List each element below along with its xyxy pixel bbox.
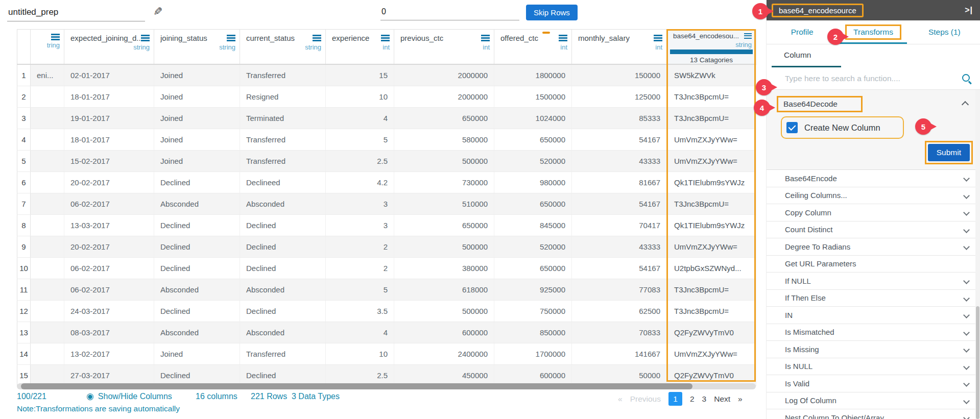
cell[interactable]: 20-02-2017: [64, 171, 154, 193]
column-header-previous-ctc[interactable]: previous_ctcint: [394, 30, 494, 65]
cell[interactable]: Transferred: [240, 129, 326, 150]
function-item-is-valid[interactable]: Is Valid: [767, 375, 980, 392]
cell[interactable]: 02-01-2017: [64, 64, 154, 86]
prep-name-input[interactable]: [7, 6, 145, 21]
cell[interactable]: Declined: [154, 300, 240, 322]
cell[interactable]: 77083: [572, 279, 667, 300]
function-item-nest-column-to-object-array[interactable]: Nest Column To Object/Array: [767, 409, 980, 419]
cell[interactable]: 15: [326, 64, 394, 86]
cell[interactable]: 2400000: [394, 343, 494, 364]
previous-page-button[interactable]: Previous: [630, 395, 661, 404]
cell[interactable]: UmVmZXJyYWw=: [667, 343, 756, 364]
page-3-button[interactable]: 3: [702, 395, 707, 404]
column-menu-icon[interactable]: [744, 33, 752, 39]
cell[interactable]: 50000: [572, 364, 667, 386]
column-header[interactable]: [17, 30, 31, 65]
cell[interactable]: UmVmZXJyYWw=: [667, 150, 756, 171]
cell[interactable]: Declined: [154, 236, 240, 257]
cell[interactable]: [31, 300, 64, 322]
cell[interactable]: 06-02-2017: [64, 279, 154, 300]
function-item-is-mismatched[interactable]: Is Mismatched: [767, 324, 980, 341]
cell[interactable]: 62500: [572, 300, 667, 322]
tab-profile[interactable]: Profile: [767, 20, 838, 44]
cell[interactable]: Absconded: [154, 193, 240, 214]
column-header-experience[interactable]: experienceint: [326, 30, 394, 65]
cell[interactable]: [31, 107, 64, 129]
column-header-current-status[interactable]: current_statusstring: [240, 30, 326, 65]
cell[interactable]: 10: [326, 86, 394, 107]
cell[interactable]: 2000000: [394, 64, 494, 86]
column-menu-icon[interactable]: [313, 35, 321, 41]
cell[interactable]: 925000: [494, 279, 572, 300]
function-item-degree-to-radians[interactable]: Degree To Radians: [767, 238, 980, 256]
cell[interactable]: Declined: [240, 257, 326, 279]
function-item-base64encode[interactable]: Base64Encode: [767, 170, 980, 187]
column-header-expected-joining-d[interactable]: expected_joining_d...string: [64, 30, 154, 65]
cell[interactable]: 2.5: [326, 150, 394, 171]
function-item-get-url-parameters[interactable]: Get URL Parameters: [767, 256, 980, 273]
cell[interactable]: Joined: [154, 129, 240, 150]
cell[interactable]: [31, 322, 64, 343]
cell[interactable]: Absconded: [240, 193, 326, 214]
cell[interactable]: T3Jnc3BpcmU=: [667, 107, 756, 129]
cell[interactable]: 18-01-2017: [64, 86, 154, 107]
cell[interactable]: [31, 257, 64, 279]
cell[interactable]: 500000: [394, 300, 494, 322]
cell[interactable]: 5: [326, 129, 394, 150]
cell[interactable]: 750000: [494, 300, 572, 322]
cell[interactable]: 54167: [572, 193, 667, 214]
column-header-base64-encodesou[interactable]: base64_encodesou...string13 Catagories: [667, 30, 756, 65]
cell[interactable]: 2: [326, 236, 394, 257]
function-item-log-of-column[interactable]: Log Of Column: [767, 392, 980, 410]
cell[interactable]: SW5kZWVk: [667, 64, 756, 86]
cell[interactable]: 600000: [394, 322, 494, 343]
cell[interactable]: 4: [326, 322, 394, 343]
cell[interactable]: 13-02-2017: [64, 343, 154, 364]
accordion-header[interactable]: Base64Decode: [767, 95, 980, 116]
cell[interactable]: 81667: [572, 171, 667, 193]
column-menu-icon[interactable]: [481, 35, 490, 41]
cell[interactable]: 141667: [572, 343, 667, 364]
cell[interactable]: Joined: [154, 150, 240, 171]
cell[interactable]: 500000: [394, 150, 494, 171]
cell[interactable]: Absconded: [154, 279, 240, 300]
cell[interactable]: 70417: [572, 214, 667, 236]
horizontal-scrollbar[interactable]: [17, 383, 756, 389]
cell[interactable]: Transferred: [240, 150, 326, 171]
search-icon[interactable]: [962, 73, 972, 84]
cell[interactable]: 1024000: [494, 107, 572, 129]
cell[interactable]: UmVmZXJyYWw=: [667, 129, 756, 150]
cell[interactable]: Joined: [154, 107, 240, 129]
cell[interactable]: 10: [326, 343, 394, 364]
cell[interactable]: 2000000: [394, 86, 494, 107]
function-item-is-missing[interactable]: Is Missing: [767, 341, 980, 358]
cell[interactable]: 4: [326, 107, 394, 129]
cell[interactable]: 500000: [394, 236, 494, 257]
cell[interactable]: 580000: [394, 129, 494, 150]
cell[interactable]: 845000: [494, 214, 572, 236]
show-hide-columns-button[interactable]: Show/Hide Columns: [86, 391, 172, 402]
create-new-column-checkbox[interactable]: [786, 122, 798, 133]
skip-rows-button[interactable]: Skip Rows: [526, 5, 578, 20]
cell[interactable]: 650000: [494, 193, 572, 214]
cell[interactable]: 2.5: [326, 364, 394, 386]
cell[interactable]: [31, 193, 64, 214]
column-header-joining-status[interactable]: joining_statusstring: [154, 30, 240, 65]
cell[interactable]: 06-02-2017: [64, 193, 154, 214]
tab-steps[interactable]: Steps (1): [909, 20, 980, 44]
cell[interactable]: Declined: [240, 236, 326, 257]
cell[interactable]: 13-03-2017: [64, 214, 154, 236]
cell[interactable]: T3Jnc3BpcmU=: [667, 193, 756, 214]
column-menu-icon[interactable]: [51, 34, 60, 40]
cell[interactable]: 15-02-2017: [64, 150, 154, 171]
cell[interactable]: T3Jnc3BpcmU=: [667, 300, 756, 322]
first-page-arrow[interactable]: «: [618, 395, 623, 404]
cell[interactable]: eni...: [31, 64, 64, 86]
cell[interactable]: Transferred: [240, 64, 326, 86]
create-new-column-option[interactable]: Create New Column: [781, 116, 904, 139]
vertical-scrollbar[interactable]: [975, 90, 980, 419]
cell[interactable]: Declineed: [240, 171, 326, 193]
cell[interactable]: 20-02-2017: [64, 236, 154, 257]
cell[interactable]: Declined: [154, 171, 240, 193]
vertical-scrollbar-thumb[interactable]: [976, 306, 979, 419]
